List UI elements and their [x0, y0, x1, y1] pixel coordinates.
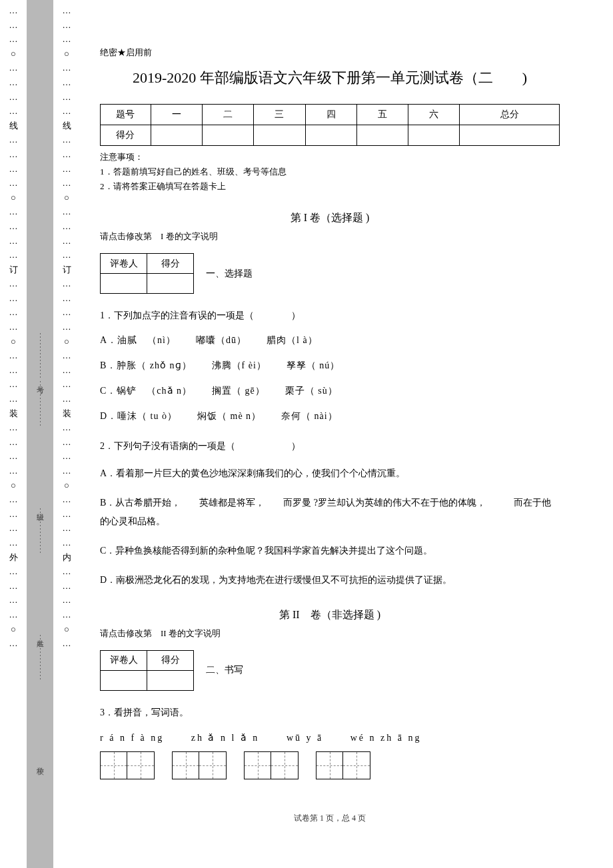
bm: … — [9, 538, 18, 548]
bm: … — [9, 523, 18, 534]
bm: … — [9, 466, 18, 476]
char-cell — [316, 752, 343, 779]
score-cell — [460, 125, 560, 146]
section-1-row: 评卷人 得分 一、选择题 — [100, 253, 560, 294]
bm: … — [63, 466, 71, 476]
bm: 订 — [9, 264, 18, 275]
bm: … — [9, 365, 18, 376]
q2-opt-a: A．看着那一片巨大的黄色沙地深深刺痛我们的心，使我们个个心情沉重。 — [100, 464, 560, 483]
page-title: 2019-2020 年部编版语文六年级下册第一单元测试卷（二 ) — [100, 68, 560, 88]
bm: … — [63, 595, 71, 606]
part1-title: 第 I 卷（选择题 ) — [100, 211, 560, 225]
grader-cell — [101, 670, 147, 690]
score-table: 题号 一 二 三 四 五 六 总分 得分 — [100, 104, 560, 146]
bm: … — [63, 278, 71, 289]
score-cell — [408, 125, 460, 146]
char-cell — [173, 752, 199, 779]
bm: … — [9, 595, 18, 606]
bm: ○ — [64, 624, 69, 635]
bm: … — [9, 278, 18, 289]
bm: … — [63, 207, 71, 217]
bm: … — [9, 106, 18, 117]
bm: … — [9, 293, 18, 304]
score-cell — [305, 125, 356, 146]
score-cell — [254, 125, 305, 146]
bm: … — [9, 394, 18, 404]
binding-left: … … … ○ … … … … 线 … … … … ○ … … … … 订 … … — [0, 0, 27, 868]
notice-heading: 注意事项： — [100, 151, 560, 163]
bm: … — [63, 34, 71, 45]
pinyin-row: r á n f à ng zh ǎ n l ǎ n wū y ā wé n zh… — [100, 732, 560, 743]
bm: ○ — [11, 480, 16, 491]
bm: … — [63, 322, 71, 332]
bm: … — [63, 5, 71, 16]
bm: … — [63, 566, 71, 577]
bm: … — [9, 638, 18, 649]
section-2-label: 二、书写 — [206, 664, 243, 676]
bm: … — [9, 322, 18, 332]
grader-label: 得分 — [147, 650, 194, 670]
page: … … … ○ … … … … 线 … … … … ○ … … … … 订 … … — [0, 0, 613, 868]
part2-title: 第 II 卷（非选择题 ) — [100, 608, 560, 622]
answer-boxes-row — [100, 751, 560, 779]
bm: … — [9, 379, 18, 390]
page-footer: 试卷第 1 页，总 4 页 — [100, 813, 560, 824]
bm: … — [9, 581, 18, 592]
section-1-label: 一、选择题 — [206, 268, 253, 280]
notice-item: 1．答题前填写好自己的姓名、班级、考号等信息 — [100, 166, 560, 178]
q1-opt-b: B．肿胀（ zhǒ nɡ） 沸腾（f èi） 孥孥（ nú） — [100, 358, 560, 374]
grader-cell — [147, 274, 194, 294]
bm: … — [9, 63, 18, 73]
q1-opt-d: D．唾沫（ tu ò） 焖饭（ mè n） 奈何（ nài） — [100, 408, 560, 424]
q1-opt-a: A．油腻 （nì） 嘟囔（dū） 腊肉（l à） — [100, 332, 560, 348]
spine-field-name: 名姓 — [35, 634, 45, 681]
char-cell — [199, 752, 226, 779]
content: 绝密★启用前 2019-2020 年部编版语文六年级下册第一单元测试卷（二 ) … — [80, 0, 613, 868]
answer-box — [316, 751, 370, 779]
char-cell — [343, 752, 370, 779]
bm: … — [9, 5, 18, 16]
bm: … — [9, 236, 18, 246]
score-col: 总分 — [460, 105, 560, 125]
q3-stem: 3．看拼音，写词语。 — [100, 705, 560, 720]
bm: 线 — [9, 121, 18, 131]
part1-desc: 请点击修改第 I 卷的文字说明 — [100, 230, 560, 242]
bm: … — [9, 250, 18, 260]
char-cell — [245, 752, 271, 779]
bm: … — [9, 610, 18, 620]
bm: … — [9, 77, 18, 88]
pinyin-item: wū y ā — [287, 733, 323, 743]
bm: … — [63, 422, 71, 433]
bm: … — [63, 451, 71, 462]
bm: ○ — [11, 624, 16, 635]
bm: … — [63, 149, 71, 160]
bm: … — [63, 293, 71, 304]
grader-table-1: 评卷人 得分 — [100, 253, 194, 294]
bm: 线 — [63, 121, 71, 131]
char-cell — [271, 752, 298, 779]
grader-cell — [101, 274, 147, 294]
pinyin-item: wé n zh ā ng — [350, 733, 422, 743]
bm: ○ — [11, 193, 16, 203]
bm: … — [9, 566, 18, 577]
binding-spine: 号考 级班 名姓 校学 — [27, 0, 53, 868]
secret-label: 绝密★启用前 — [100, 47, 560, 59]
bm: … — [9, 135, 18, 145]
bm: … — [9, 221, 18, 232]
bm: … — [63, 638, 71, 649]
bm: 内 — [63, 552, 71, 563]
bm: … — [9, 149, 18, 160]
bm: … — [63, 92, 71, 103]
score-col: 六 — [408, 105, 460, 125]
bm: … — [63, 394, 71, 404]
q1-stem: 1．下列加点字的注音有误的一项是（ ） — [100, 308, 560, 323]
bm: … — [9, 350, 18, 361]
bm: … — [63, 610, 71, 620]
bm: ○ — [11, 49, 16, 59]
bm: … — [63, 437, 71, 448]
bm: … — [63, 538, 71, 548]
bm: … — [9, 164, 18, 175]
bm: … — [63, 307, 71, 318]
bm: 订 — [63, 264, 71, 275]
bm: … — [9, 509, 18, 520]
